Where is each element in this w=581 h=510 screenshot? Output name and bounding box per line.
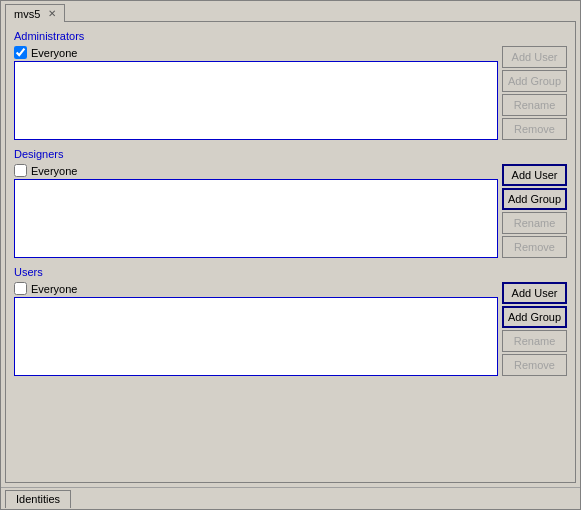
administrators-everyone-checkbox[interactable] — [14, 46, 27, 59]
users-buttons: Add User Add Group Rename Remove — [502, 282, 567, 376]
users-section: Users Everyone Add User Add Group Rename… — [14, 266, 567, 376]
designers-checkbox-row: Everyone — [14, 164, 498, 177]
administrators-row: Everyone Add User Add Group Rename Remov… — [14, 46, 567, 140]
administrators-everyone-label: Everyone — [31, 47, 77, 59]
users-add-user-button[interactable]: Add User — [502, 282, 567, 304]
tab-mvs5[interactable]: mvs5 ✕ — [5, 4, 65, 22]
identities-tab-label: Identities — [16, 493, 60, 505]
administrators-remove-button[interactable]: Remove — [502, 118, 567, 140]
users-row: Everyone Add User Add Group Rename Remov… — [14, 282, 567, 376]
users-everyone-checkbox[interactable] — [14, 282, 27, 295]
main-window: mvs5 ✕ Administrators Everyone Add User … — [0, 0, 581, 510]
designers-everyone-checkbox[interactable] — [14, 164, 27, 177]
designers-add-user-button[interactable]: Add User — [502, 164, 567, 186]
designers-add-group-button[interactable]: Add Group — [502, 188, 567, 210]
users-label: Users — [14, 266, 567, 278]
designers-section: Designers Everyone Add User Add Group Re… — [14, 148, 567, 258]
administrators-list[interactable] — [14, 61, 498, 140]
administrators-left: Everyone — [14, 46, 498, 140]
designers-row: Everyone Add User Add Group Rename Remov… — [14, 164, 567, 258]
users-everyone-label: Everyone — [31, 283, 77, 295]
designers-list[interactable] — [14, 179, 498, 258]
users-rename-button[interactable]: Rename — [502, 330, 567, 352]
content-area: Administrators Everyone Add User Add Gro… — [5, 21, 576, 483]
tab-close-icon[interactable]: ✕ — [48, 8, 56, 19]
users-checkbox-row: Everyone — [14, 282, 498, 295]
users-list[interactable] — [14, 297, 498, 376]
users-left: Everyone — [14, 282, 498, 376]
designers-remove-button[interactable]: Remove — [502, 236, 567, 258]
identities-tab[interactable]: Identities — [5, 490, 71, 508]
users-add-group-button[interactable]: Add Group — [502, 306, 567, 328]
tab-bar: mvs5 ✕ — [1, 1, 580, 21]
administrators-add-group-button[interactable]: Add Group — [502, 70, 567, 92]
administrators-buttons: Add User Add Group Rename Remove — [502, 46, 567, 140]
designers-left: Everyone — [14, 164, 498, 258]
designers-buttons: Add User Add Group Rename Remove — [502, 164, 567, 258]
tab-label: mvs5 — [14, 8, 40, 20]
designers-everyone-label: Everyone — [31, 165, 77, 177]
administrators-checkbox-row: Everyone — [14, 46, 498, 59]
bottom-bar: Identities — [1, 487, 580, 509]
administrators-section: Administrators Everyone Add User Add Gro… — [14, 30, 567, 140]
administrators-rename-button[interactable]: Rename — [502, 94, 567, 116]
designers-label: Designers — [14, 148, 567, 160]
designers-rename-button[interactable]: Rename — [502, 212, 567, 234]
users-remove-button[interactable]: Remove — [502, 354, 567, 376]
administrators-label: Administrators — [14, 30, 567, 42]
administrators-add-user-button[interactable]: Add User — [502, 46, 567, 68]
